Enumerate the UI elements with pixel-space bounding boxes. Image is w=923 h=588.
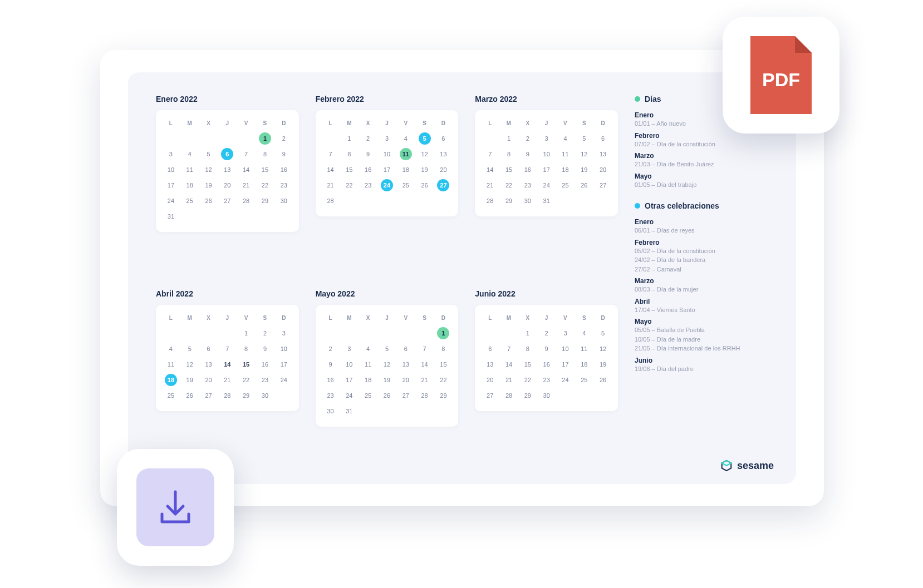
day-cell[interactable]: 24 [537, 177, 556, 193]
day-cell[interactable]: 4 [575, 325, 593, 341]
day-cell[interactable]: 2 [359, 131, 377, 146]
day-cell[interactable]: 30 [518, 193, 537, 209]
day-cell[interactable]: 6 [434, 131, 453, 146]
day-cell[interactable]: 4 [556, 131, 575, 146]
day-cell[interactable]: 22 [518, 372, 537, 388]
day-cell[interactable]: 15 [499, 162, 518, 177]
day-cell[interactable]: 20 [396, 372, 415, 388]
day-cell[interactable]: 2 [321, 341, 340, 357]
day-cell[interactable]: 26 [180, 388, 199, 403]
day-cell[interactable]: 11 [396, 146, 415, 162]
day-cell[interactable]: 10 [274, 341, 293, 357]
day-cell[interactable]: 5 [180, 341, 199, 357]
day-cell[interactable]: 27 [218, 193, 237, 209]
day-cell[interactable]: 20 [199, 372, 218, 388]
day-cell[interactable]: 22 [434, 372, 453, 388]
day-cell[interactable]: 18 [161, 372, 180, 388]
day-cell[interactable]: 17 [537, 162, 556, 177]
day-cell[interactable]: 8 [237, 341, 256, 357]
day-cell[interactable]: 5 [377, 341, 396, 357]
day-cell[interactable]: 7 [237, 146, 256, 162]
day-cell[interactable]: 6 [593, 131, 612, 146]
day-cell[interactable]: 8 [434, 341, 453, 357]
day-cell[interactable]: 15 [518, 357, 537, 372]
day-cell[interactable]: 9 [256, 341, 274, 357]
day-cell[interactable]: 7 [480, 146, 499, 162]
day-cell[interactable]: 19 [593, 357, 612, 372]
day-cell[interactable]: 9 [518, 146, 537, 162]
day-cell[interactable]: 26 [377, 388, 396, 403]
day-cell[interactable]: 11 [359, 357, 377, 372]
day-cell[interactable]: 21 [499, 372, 518, 388]
day-cell[interactable]: 21 [218, 372, 237, 388]
day-cell[interactable]: 28 [218, 388, 237, 403]
day-cell[interactable]: 31 [537, 193, 556, 209]
day-cell[interactable]: 19 [377, 372, 396, 388]
day-cell[interactable]: 27 [396, 388, 415, 403]
day-cell[interactable]: 28 [499, 388, 518, 403]
day-cell[interactable]: 7 [499, 341, 518, 357]
day-cell[interactable]: 11 [575, 341, 593, 357]
day-cell[interactable]: 23 [359, 177, 377, 193]
day-cell[interactable]: 21 [237, 177, 256, 193]
day-cell[interactable]: 12 [593, 341, 612, 357]
day-cell[interactable]: 22 [499, 177, 518, 193]
day-cell[interactable]: 24 [274, 372, 293, 388]
day-cell[interactable]: 23 [274, 177, 293, 193]
day-cell[interactable]: 25 [396, 177, 415, 193]
day-cell[interactable]: 23 [321, 388, 340, 403]
day-cell[interactable]: 31 [340, 403, 359, 419]
day-cell[interactable]: 3 [340, 341, 359, 357]
day-cell[interactable]: 17 [274, 357, 293, 372]
day-cell[interactable]: 17 [161, 177, 180, 193]
day-cell[interactable]: 8 [256, 146, 274, 162]
day-cell[interactable]: 9 [274, 146, 293, 162]
day-cell[interactable]: 29 [518, 388, 537, 403]
day-cell[interactable]: 3 [274, 325, 293, 341]
day-cell[interactable]: 14 [499, 357, 518, 372]
day-cell[interactable]: 19 [575, 162, 593, 177]
day-cell[interactable]: 1 [499, 131, 518, 146]
day-cell[interactable]: 27 [434, 177, 453, 193]
day-cell[interactable]: 6 [480, 341, 499, 357]
day-cell[interactable]: 5 [199, 146, 218, 162]
day-cell[interactable]: 24 [340, 388, 359, 403]
day-cell[interactable]: 23 [537, 372, 556, 388]
day-cell[interactable]: 30 [256, 388, 274, 403]
day-cell[interactable]: 5 [415, 131, 434, 146]
day-cell[interactable]: 26 [575, 177, 593, 193]
day-cell[interactable]: 7 [218, 341, 237, 357]
day-cell[interactable]: 14 [415, 357, 434, 372]
day-cell[interactable]: 14 [480, 162, 499, 177]
day-cell[interactable]: 10 [537, 146, 556, 162]
day-cell[interactable]: 24 [556, 372, 575, 388]
day-cell[interactable]: 7 [415, 341, 434, 357]
day-cell[interactable]: 18 [180, 177, 199, 193]
day-cell[interactable]: 6 [199, 341, 218, 357]
day-cell[interactable]: 16 [256, 357, 274, 372]
day-cell[interactable]: 14 [321, 162, 340, 177]
day-cell[interactable]: 25 [575, 372, 593, 388]
day-cell[interactable]: 10 [161, 162, 180, 177]
day-cell[interactable]: 3 [537, 131, 556, 146]
day-cell[interactable]: 25 [161, 388, 180, 403]
day-cell[interactable]: 16 [274, 162, 293, 177]
day-cell[interactable]: 10 [377, 146, 396, 162]
day-cell[interactable]: 30 [321, 403, 340, 419]
day-cell[interactable]: 17 [556, 357, 575, 372]
day-cell[interactable]: 1 [237, 325, 256, 341]
day-cell[interactable]: 6 [396, 341, 415, 357]
day-cell[interactable]: 26 [415, 177, 434, 193]
day-cell[interactable]: 15 [340, 162, 359, 177]
day-cell[interactable]: 10 [556, 341, 575, 357]
day-cell[interactable]: 22 [237, 372, 256, 388]
day-cell[interactable]: 13 [480, 357, 499, 372]
day-cell[interactable]: 13 [199, 357, 218, 372]
day-cell[interactable]: 2 [256, 325, 274, 341]
day-cell[interactable]: 29 [499, 193, 518, 209]
day-cell[interactable]: 2 [274, 131, 293, 146]
day-cell[interactable]: 11 [556, 146, 575, 162]
day-cell[interactable]: 21 [321, 177, 340, 193]
day-cell[interactable]: 13 [593, 146, 612, 162]
download-badge[interactable] [117, 449, 234, 566]
